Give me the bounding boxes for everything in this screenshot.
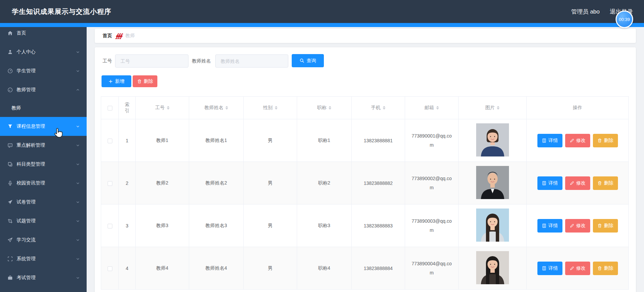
detail-button[interactable]: 详情 [537, 176, 562, 190]
select-all-checkbox[interactable] [108, 106, 112, 111]
send-icon [7, 199, 13, 205]
sort-caret-icon[interactable] [436, 105, 439, 111]
cell-gender: 男 [244, 204, 297, 247]
document-icon [542, 138, 547, 143]
home-icon [7, 30, 13, 36]
table-row: 3教师3教师姓名3男职称313823888883773890003@qq.com… [101, 204, 629, 247]
cell-job-no: 教师2 [136, 162, 189, 204]
sidebar-item-teacher[interactable]: 教师 [0, 99, 87, 117]
cell-checkbox [101, 162, 119, 204]
sidebar-item-question-mgmt[interactable]: 试题管理 [0, 212, 87, 230]
edit-button[interactable]: 修改 [565, 176, 590, 190]
cell-phone: 13823888882 [352, 162, 405, 204]
sidebar-item-label: 首页 [17, 30, 26, 36]
cell-index: 4 [119, 247, 136, 290]
row-checkbox[interactable] [108, 181, 112, 186]
cell-phone: 13823888883 [352, 204, 405, 247]
plus-icon [108, 79, 113, 84]
row-delete-button[interactable]: 删除 [593, 134, 618, 147]
cell-index: 2 [119, 162, 136, 204]
cell-title: 职称2 [297, 162, 352, 204]
pie-icon [7, 87, 13, 93]
search-button[interactable]: 查询 [292, 54, 324, 67]
scan-icon [7, 256, 13, 262]
sidebar-item-study-exchange[interactable]: 学习交流 [0, 230, 87, 249]
sort-caret-icon[interactable] [167, 105, 170, 111]
edit-button[interactable]: 修改 [565, 134, 590, 147]
chevron-down-icon [76, 181, 80, 185]
sort-caret-icon[interactable] [275, 105, 277, 111]
row-delete-button[interactable]: 删除 [593, 176, 618, 190]
cell-photo [459, 204, 527, 247]
sort-caret-icon[interactable] [383, 105, 385, 111]
col-header-teacher_name: 教师姓名 [189, 97, 244, 119]
add-button-label: 新增 [115, 78, 125, 84]
col-header-checkbox [101, 97, 119, 119]
cell-actions: 详情修改删除 [527, 119, 629, 162]
teacher-name-input[interactable] [215, 54, 288, 68]
sidebar-item-profile[interactable]: 个人中心 [0, 43, 87, 62]
detail-button[interactable]: 详情 [537, 219, 562, 233]
search-icon [299, 58, 305, 63]
sort-caret-icon[interactable] [225, 105, 228, 111]
sidebar-item-teacher-mgmt[interactable]: 教师管理 [0, 80, 87, 99]
row-checkbox[interactable] [108, 266, 112, 271]
cell-teacher-name: 教师姓名3 [189, 204, 244, 247]
edit-button[interactable]: 修改 [565, 219, 590, 233]
cell-email: 773890004@qq.com [405, 247, 459, 290]
row-delete-button[interactable]: 删除 [593, 262, 618, 275]
cell-title: 职称1 [297, 119, 352, 162]
cell-email: 773890003@qq.com [405, 204, 459, 247]
sidebar-item-exam-paper-mgmt[interactable]: 试卷管理 [0, 193, 87, 212]
col-header-label: 教师姓名 [204, 105, 223, 110]
table-header-row: 索引工号教师姓名性别职称手机邮箱图片操作 [101, 97, 629, 119]
document-icon [542, 181, 547, 186]
sidebar-item-key-analysis-mgmt[interactable]: 重点解析管理 [0, 136, 87, 155]
add-button[interactable]: 新增 [102, 75, 131, 87]
teacher-photo [476, 166, 509, 199]
cell-title: 职称4 [297, 247, 352, 290]
teacher-table: 索引工号教师姓名性别职称手机邮箱图片操作1教师1教师姓名1男职称11382388… [101, 96, 629, 290]
cell-actions: 详情修改删除 [527, 204, 629, 247]
row-checkbox[interactable] [108, 224, 112, 228]
breadcrumb-current: 教师 [126, 33, 135, 39]
search-button-label: 查询 [307, 58, 316, 64]
copy-icon [7, 162, 13, 167]
user-icon [7, 49, 13, 55]
col-header-index: 索引 [119, 97, 136, 119]
sort-caret-icon[interactable] [497, 105, 499, 111]
col-header-gender: 性别 [244, 97, 297, 119]
sidebar-menu: 首页个人中心学生管理教师管理教师课程信息管理重点解析管理科目类型管理校园资讯管理… [0, 24, 87, 287]
row-delete-button[interactable]: 删除 [593, 219, 618, 233]
cell-photo [459, 247, 527, 290]
sidebar-item-student-mgmt[interactable]: 学生管理 [0, 62, 87, 80]
sidebar-item-label: 科目类型管理 [17, 161, 45, 167]
col-header-label: 操作 [573, 105, 582, 110]
col-header-label: 图片 [485, 105, 495, 110]
content-card: 工号 教师姓名 查询 新增 删除 索引工号教师姓名性别职称手机邮箱图片操作1教师… [95, 47, 636, 292]
sidebar-item-course-info-mgmt[interactable]: 课程信息管理 [0, 117, 87, 136]
pencil-icon [570, 266, 574, 271]
detail-button[interactable]: 详情 [537, 262, 562, 275]
sidebar-item-campus-news-mgmt[interactable]: 校园资讯管理 [0, 174, 87, 193]
sort-caret-icon[interactable] [329, 105, 331, 111]
cell-teacher-name: 教师姓名4 [189, 247, 244, 290]
admin-user-label[interactable]: 管理员 abo [571, 8, 600, 16]
cell-actions: 详情修改删除 [527, 162, 629, 204]
cell-photo [459, 162, 527, 204]
breadcrumb-home-link[interactable]: 首页 [103, 33, 112, 39]
sidebar-item-exam-mgmt[interactable]: 考试管理 [0, 268, 87, 287]
sidebar-item-subject-type-mgmt[interactable]: 科目类型管理 [0, 155, 87, 174]
row-checkbox[interactable] [108, 139, 112, 143]
chevron-down-icon [76, 143, 80, 147]
sidebar-item-system-mgmt[interactable]: 系统管理 [0, 249, 87, 268]
edit-button[interactable]: 修改 [565, 262, 590, 275]
col-header-phone: 手机 [352, 97, 405, 119]
detail-button[interactable]: 详情 [537, 134, 562, 147]
cell-gender: 男 [244, 247, 297, 290]
job-no-input[interactable] [115, 54, 188, 68]
delete-selected-button[interactable]: 删除 [133, 75, 157, 87]
sidebar-item-label: 课程信息管理 [17, 123, 45, 129]
cell-gender: 男 [244, 119, 297, 162]
col-header-actions: 操作 [527, 97, 629, 119]
